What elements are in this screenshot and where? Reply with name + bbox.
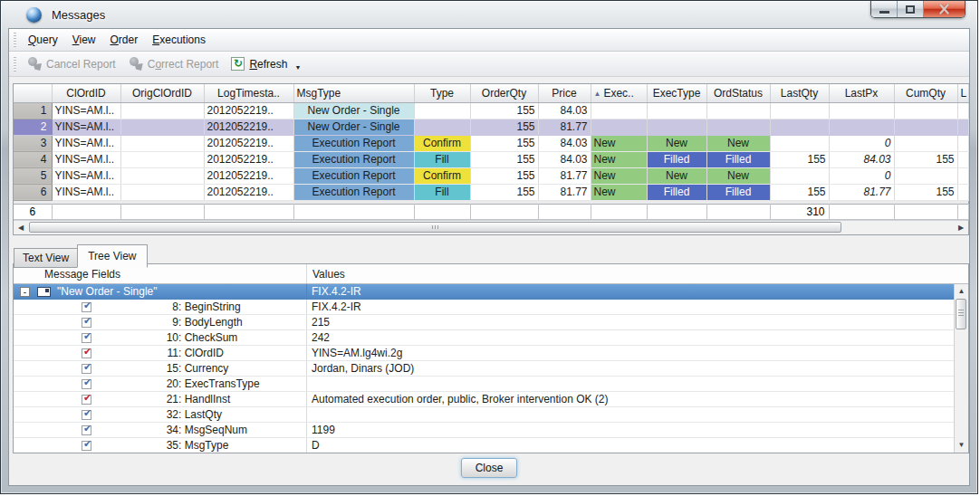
table-row-2[interactable]: 2YINS=AM.l..2012052219..New Order - Sing…: [14, 119, 968, 135]
cell: Filled: [647, 184, 706, 200]
cell: Confirm: [414, 135, 470, 151]
tree-row-10-checksum[interactable]: 10 : CheckSum242: [14, 330, 954, 346]
field-check-icon[interactable]: [82, 333, 91, 343]
messages-table: ClOrdIDOrigClOrdIDLogTimesta..MsgTypeTyp…: [14, 84, 969, 201]
refresh-button[interactable]: Refresh: [225, 55, 307, 72]
field-check-icon[interactable]: [82, 425, 91, 435]
field-tag: 21: [91, 393, 178, 405]
field-check-icon[interactable]: [82, 364, 91, 374]
tab-tree-view[interactable]: Tree View: [77, 244, 147, 268]
cell: YINS=AM.l..: [52, 167, 120, 184]
horizontal-scrollbar-thumb[interactable]: [29, 222, 841, 233]
cell: 155: [470, 184, 538, 200]
tree-row-fields: "New Order - Single": [14, 284, 307, 299]
column-header-exectype[interactable]: ExecType: [647, 84, 706, 102]
menubar-grip[interactable]: [14, 33, 16, 47]
column-header-origclordid[interactable]: OrigClOrdID: [120, 84, 204, 102]
cell: [120, 135, 204, 151]
scroll-up-icon[interactable]: ▲: [955, 285, 968, 298]
column-header-logtimesta[interactable]: LogTimesta..: [204, 84, 293, 102]
summary-cell: [470, 204, 538, 219]
tree-row-9-bodylength[interactable]: 9 : BodyLength215: [14, 315, 954, 330]
toolbar-grip[interactable]: [14, 57, 16, 72]
table-row-1[interactable]: 1YINS=AM.l..2012052219..New Order - Sing…: [14, 102, 968, 119]
tab-text-view[interactable]: Text View: [14, 248, 78, 268]
summary-row: 6310: [14, 204, 968, 219]
field-name: : BodyLength: [178, 316, 243, 329]
dropdown-caret-icon[interactable]: [294, 64, 301, 71]
column-header-clordid[interactable]: ClOrdID: [52, 84, 120, 102]
correct-report-button: Correct Report: [122, 55, 226, 72]
table-row-3[interactable]: 3YINS=AM.l..2012052219..Execution Report…: [14, 135, 968, 151]
summary-cell: [957, 204, 968, 219]
tree-row-21-handlinst[interactable]: 21 : HandlInstAutomated execution order,…: [14, 392, 954, 407]
table-row-5[interactable]: 5YINS=AM.l..2012052219..Execution Report…: [14, 167, 968, 184]
tree-row-20-exectranstype[interactable]: 20 : ExecTransType: [14, 377, 954, 392]
column-header-type[interactable]: Type: [414, 84, 470, 102]
vertical-scrollbar[interactable]: ▲ ▼: [954, 284, 968, 453]
column-header-l[interactable]: L: [957, 84, 968, 102]
tree-row-11-clordid[interactable]: 11 : ClOrdIDYINS=AM.lg4wi.2g: [14, 346, 954, 361]
tree-rows: "New Order - Single"FIX.4.2-IR8 : BeginS…: [14, 284, 954, 453]
tree-row-34-msgseqnum[interactable]: 34 : MsgSeqNum1199: [14, 423, 954, 438]
field-modified-check-icon[interactable]: [82, 348, 91, 358]
field-name: : BeginString: [178, 300, 241, 313]
field-name: : HandlInst: [178, 393, 230, 405]
close-window-button[interactable]: [924, 1, 965, 17]
menu-item-order[interactable]: Order: [103, 31, 146, 49]
cell: [894, 119, 957, 135]
menu-item-executions[interactable]: Executions: [145, 31, 213, 49]
summary-cell: [120, 204, 204, 219]
column-header-blank[interactable]: [14, 84, 52, 102]
field-check-icon[interactable]: [82, 410, 91, 420]
horizontal-scrollbar[interactable]: ◀ ▶: [14, 220, 968, 234]
summary-table: 6310: [14, 204, 969, 220]
field-check-icon[interactable]: [82, 302, 91, 312]
collapse-node-icon[interactable]: [20, 287, 30, 297]
cell: Execution Report: [293, 135, 414, 151]
minimize-button[interactable]: [871, 1, 898, 17]
field-tag: 32: [91, 408, 178, 421]
menu-item-view[interactable]: View: [65, 31, 103, 49]
column-header-lastqty[interactable]: LastQty: [770, 84, 829, 102]
cell: 2012052219..: [204, 135, 293, 151]
column-header-ordstatus[interactable]: OrdStatus: [706, 84, 770, 102]
cell: [829, 119, 894, 135]
menu-item-query[interactable]: Query: [21, 31, 65, 49]
column-header-lastpx[interactable]: LastPx: [829, 84, 894, 102]
tree-row-8-beginstring[interactable]: 8 : BeginStringFIX.4.2-IR: [14, 300, 954, 315]
column-header-exec[interactable]: ▲Exec..: [591, 84, 647, 102]
maximize-button[interactable]: [898, 1, 924, 17]
tree-row-32-lastqty[interactable]: 32 : LastQty: [14, 407, 954, 423]
field-check-icon[interactable]: [82, 441, 91, 451]
titlebar[interactable]: Messages: [1, 1, 977, 28]
cell: YINS=AM.l..: [52, 184, 120, 200]
table-row-4[interactable]: 4YINS=AM.l..2012052219..Execution Report…: [14, 151, 968, 167]
field-check-icon[interactable]: [82, 379, 91, 389]
scroll-down-icon[interactable]: ▼: [955, 439, 968, 452]
scroll-right-icon[interactable]: ▶: [954, 221, 968, 234]
column-header-orderqty[interactable]: OrderQty: [470, 84, 538, 102]
maximize-icon: [906, 5, 915, 14]
vertical-scrollbar-thumb[interactable]: [956, 299, 966, 329]
cell: [894, 167, 957, 184]
cell: [957, 167, 968, 184]
tree-header-values[interactable]: Values: [307, 268, 968, 281]
field-tag: 9: [91, 316, 178, 329]
field-modified-check-icon[interactable]: [82, 395, 91, 405]
cell: 155: [770, 151, 829, 167]
tree-row-15-currency[interactable]: 15 : CurrencyJordan, Dinars (JOD): [14, 361, 954, 377]
field-check-icon[interactable]: [82, 318, 91, 328]
scroll-left-icon[interactable]: ◀: [14, 221, 28, 234]
table-row-6[interactable]: 6YINS=AM.l..2012052219..Execution Report…: [14, 184, 968, 200]
cell: 2012052219..: [204, 119, 293, 135]
cell: [770, 135, 829, 151]
column-header-price[interactable]: Price: [538, 84, 591, 102]
close-button[interactable]: Close: [461, 458, 518, 478]
summary-cell: [293, 204, 414, 219]
column-header-msgtype[interactable]: MsgType: [293, 84, 414, 102]
tree-row-node[interactable]: "New Order - Single"FIX.4.2-IR: [14, 284, 954, 300]
tree-view-panel: Message Fields Values "New Order - Singl…: [13, 263, 969, 453]
tree-row-fields: 8 : BeginString: [14, 300, 307, 314]
column-header-cumqty[interactable]: CumQty: [894, 84, 957, 102]
